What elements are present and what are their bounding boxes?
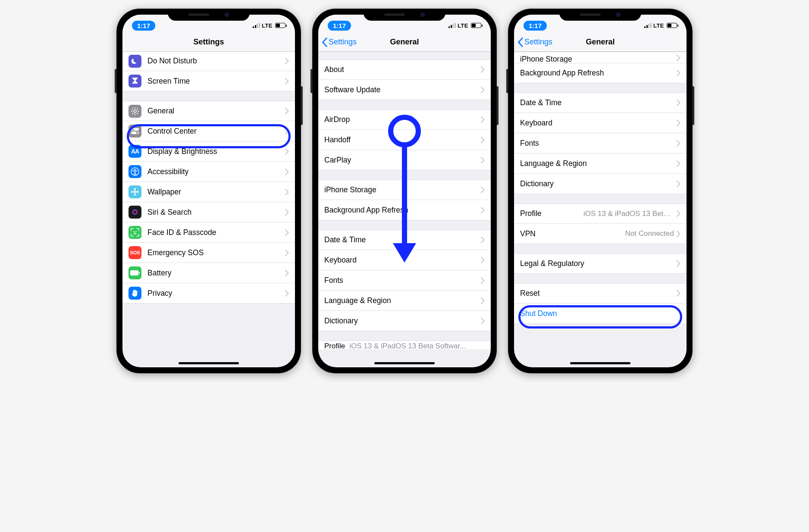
chevron-right-icon [285, 108, 289, 114]
row-label: Screen Time [147, 77, 285, 86]
screen-general-bottom: 1:17 LTE Settings General iPhone Storage… [514, 15, 687, 367]
row-label: About [324, 65, 481, 74]
row-fonts[interactable]: Fonts [318, 270, 491, 291]
row-face-id-passcode[interactable]: Face ID & Passcode [122, 222, 295, 243]
chevron-right-icon [285, 148, 289, 155]
row-profile-peek[interactable]: ProfileiOS 13 & iPadOS 13 Beta Softwar..… [318, 341, 491, 349]
row-label: Legal & Regulatory [520, 259, 677, 268]
home-indicator[interactable] [179, 362, 239, 364]
chevron-left-icon [517, 38, 524, 47]
nav-bar: Settings [122, 33, 295, 52]
row-profile[interactable]: ProfileiOS 13 & iPadOS 13 Beta Softwar..… [514, 203, 687, 224]
svg-point-2 [132, 128, 134, 131]
row-language-region[interactable]: Language & Region [514, 153, 687, 174]
row-date-time[interactable]: Date & Time [318, 230, 491, 250]
chevron-right-icon [677, 290, 680, 297]
row-airdrop[interactable]: AirDrop [318, 110, 491, 130]
cell-signal-icon [448, 23, 456, 28]
chevron-right-icon [677, 210, 680, 217]
cell-signal-icon [644, 23, 652, 28]
row-label: Face ID & Passcode [147, 228, 285, 237]
row-about[interactable]: About [318, 59, 491, 80]
phone-frame-1: 1:17 LTE Settings Do Not DisturbScreen T… [116, 9, 301, 373]
hourglass-icon [129, 75, 141, 88]
dnd-icon [129, 55, 141, 68]
row-language-region[interactable]: Language & Region [318, 291, 491, 311]
home-indicator[interactable] [570, 362, 630, 364]
row-general[interactable]: General [122, 101, 295, 121]
row-do-not-disturb[interactable]: Do Not Disturb [122, 52, 295, 71]
battery-icon [275, 23, 285, 28]
phone-frame-2: 1:17 LTE Settings General AboutSoftware … [312, 9, 497, 373]
chevron-right-icon [677, 260, 680, 267]
row-emergency-sos[interactable]: SOSEmergency SOS [122, 243, 295, 263]
svg-point-0 [134, 110, 136, 113]
row-display-brightness[interactable]: AADisplay & Brightness [122, 141, 295, 162]
row-vpn[interactable]: VPNNot Connected [514, 224, 687, 244]
row-legal-regulatory[interactable]: Legal & Regulatory [514, 253, 687, 274]
chevron-right-icon [481, 187, 485, 193]
nav-back-label: Settings [524, 38, 552, 47]
home-indicator[interactable] [374, 362, 435, 364]
svg-point-9 [134, 193, 136, 196]
chevron-right-icon [677, 140, 680, 147]
nav-back-button[interactable]: Settings [322, 33, 357, 51]
row-control-center[interactable]: Control Center [122, 121, 295, 141]
svg-point-11 [136, 191, 139, 193]
row-background-app-refresh[interactable]: Background App Refresh [514, 63, 687, 83]
nav-back-button[interactable]: Settings [517, 33, 552, 51]
battery-icon [129, 266, 141, 279]
chevron-right-icon [285, 229, 289, 236]
row-label: Background App Refresh [520, 69, 677, 78]
nav-title: Settings [193, 38, 224, 47]
row-carplay[interactable]: CarPlay [318, 150, 491, 170]
chevron-right-icon [481, 237, 485, 243]
row-label: VPN [520, 229, 625, 238]
chevron-right-icon [481, 66, 485, 73]
settings-list[interactable]: Do Not DisturbScreen TimeGeneralControl … [122, 52, 295, 367]
row-software-update[interactable]: Software Update [318, 80, 491, 100]
row-accessibility[interactable]: Accessibility [122, 162, 295, 182]
row-dictionary[interactable]: Dictionary [514, 174, 687, 194]
chevron-right-icon [285, 78, 289, 84]
row-keyboard[interactable]: Keyboard [514, 113, 687, 133]
chevron-right-icon [481, 116, 485, 123]
row-handoff[interactable]: Handoff [318, 130, 491, 150]
row-date-time[interactable]: Date & Time [514, 93, 687, 113]
chevron-right-icon [677, 120, 680, 126]
row-label: Display & Brightness [147, 147, 285, 156]
chevron-right-icon [285, 128, 289, 135]
chevron-right-icon [481, 297, 485, 304]
row-fonts[interactable]: Fonts [514, 133, 687, 153]
row-wallpaper[interactable]: Wallpaper [122, 182, 295, 202]
general-list[interactable]: AboutSoftware UpdateAirDropHandoffCarPla… [318, 52, 491, 367]
chevron-right-icon [285, 270, 289, 276]
svg-rect-17 [130, 270, 138, 275]
row-partial-top[interactable]: iPhone Storage [514, 52, 687, 63]
row-shut-down[interactable]: Shut Down [514, 304, 687, 324]
row-iphone-storage[interactable]: iPhone Storage [318, 180, 491, 200]
general-list-scrolled[interactable]: iPhone StorageBackground App RefreshDate… [514, 52, 687, 367]
row-screen-time[interactable]: Screen Time [122, 71, 295, 91]
switches-icon [129, 125, 141, 138]
chevron-right-icon [481, 87, 485, 93]
row-keyboard[interactable]: Keyboard [318, 250, 491, 270]
status-time-pill: 1:17 [132, 21, 155, 31]
nav-title: General [390, 38, 419, 47]
chevron-right-icon [285, 189, 289, 195]
network-label: LTE [262, 22, 273, 29]
chevron-right-icon [285, 169, 289, 175]
status-time-pill: 1:17 [328, 21, 351, 31]
hand-icon [129, 287, 141, 300]
row-label: Background App Refresh [324, 206, 481, 215]
svg-point-15 [133, 231, 134, 232]
chevron-right-icon [285, 58, 289, 64]
row-privacy[interactable]: Privacy [122, 283, 295, 304]
row-battery[interactable]: Battery [122, 263, 295, 283]
chevron-right-icon [481, 157, 485, 163]
row-background-app-refresh[interactable]: Background App Refresh [318, 200, 491, 220]
row-siri-search[interactable]: Siri & Search [122, 202, 295, 222]
chevron-right-icon [677, 160, 680, 167]
row-dictionary[interactable]: Dictionary [318, 311, 491, 331]
row-reset[interactable]: Reset [514, 283, 687, 304]
